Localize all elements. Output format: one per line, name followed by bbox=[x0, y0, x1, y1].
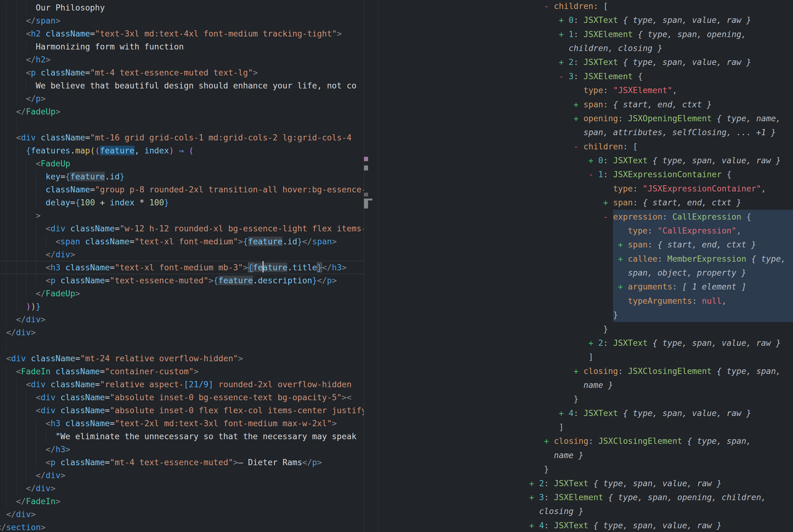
code-line[interactable]: </h3> bbox=[46, 443, 71, 456]
ast-line[interactable]: ] bbox=[559, 420, 564, 434]
code-line[interactable]: Harmonizing form with function bbox=[36, 40, 184, 53]
ast-line[interactable]: } bbox=[574, 392, 579, 406]
ast-line[interactable]: type: "CallExpression", bbox=[628, 224, 741, 238]
code-line[interactable]: <p className="mt-4 text-essence-muted te… bbox=[26, 66, 258, 79]
code-line[interactable]: <div className="w-12 h-12 rounded-xl bg-… bbox=[46, 222, 364, 235]
code-line[interactable]: Our Philosophy bbox=[36, 1, 105, 14]
expand-toggle-icon[interactable]: + bbox=[559, 15, 569, 25]
ast-line[interactable]: name } bbox=[554, 448, 584, 462]
ast-line[interactable]: + opening: JSXOpeningElement { type, nam… bbox=[574, 111, 781, 125]
code-line[interactable]: <div className="mt-24 relative overflow-… bbox=[6, 352, 243, 365]
code-line[interactable]: key={feature.id} bbox=[46, 170, 124, 183]
code-line[interactable]: </div> bbox=[46, 248, 75, 261]
expand-toggle-icon[interactable]: + bbox=[618, 240, 628, 249]
code-line[interactable]: </p> bbox=[26, 92, 46, 105]
ast-line[interactable]: + span: { start, end, ctxt } bbox=[618, 238, 756, 251]
ast-line[interactable]: + closing: JSXClosingElement { type, spa… bbox=[544, 434, 751, 448]
code-line[interactable]: "We eliminate the unnecessary so that th… bbox=[55, 430, 356, 443]
ast-line[interactable]: children, closing } bbox=[569, 41, 662, 55]
ast-line[interactable]: + arguments: [ 1 element ] bbox=[618, 280, 746, 293]
code-line[interactable]: </div> bbox=[6, 326, 36, 339]
ast-line[interactable]: type: "JSXElement", bbox=[583, 83, 677, 97]
code-line[interactable]: ))} bbox=[26, 300, 41, 313]
code-line[interactable]: <h3 className="text-2xl md:text-3xl font… bbox=[46, 417, 337, 430]
code-line[interactable]: </div> bbox=[16, 313, 46, 326]
expand-toggle-icon[interactable]: + bbox=[559, 57, 569, 67]
expand-toggle-icon[interactable]: + bbox=[529, 520, 539, 530]
code-line[interactable]: </FadeUp> bbox=[36, 287, 80, 300]
code-line[interactable]: We believe that beautiful design should … bbox=[36, 79, 356, 92]
collapse-toggle-icon[interactable]: - bbox=[603, 212, 613, 222]
expand-toggle-icon[interactable]: + bbox=[618, 254, 628, 264]
ast-line[interactable]: + 0: JSXText { type, span, value, raw } bbox=[559, 13, 751, 27]
ast-line[interactable]: } bbox=[613, 308, 618, 322]
ast-line[interactable]: typeArguments: null, bbox=[628, 294, 727, 308]
code-line[interactable]: <span className="text-xl font-medium">{f… bbox=[55, 235, 337, 248]
ast-line[interactable]: + 2: JSXText { type, span, value, raw } bbox=[559, 55, 751, 69]
ast-line[interactable]: + closing: JSXClosingElement { type, spa… bbox=[574, 364, 781, 378]
code-line[interactable]: <h2 className="text-3xl md:text-4xl font… bbox=[26, 27, 342, 40]
ast-line[interactable]: + 2: JSXText { type, span, value, raw } bbox=[588, 336, 781, 350]
expand-toggle-icon[interactable]: + bbox=[559, 408, 569, 418]
code-line[interactable]: <FadeIn className="container-custom"> bbox=[16, 365, 198, 378]
expand-toggle-icon[interactable]: + bbox=[529, 492, 539, 502]
ast-line[interactable]: - 1: JSXExpressionContainer { bbox=[588, 167, 732, 181]
ast-line[interactable]: } bbox=[544, 462, 549, 476]
ast-line[interactable]: + 0: JSXText { type, span, value, raw } bbox=[588, 153, 781, 167]
collapse-toggle-icon[interactable]: - bbox=[544, 1, 554, 11]
ast-line[interactable]: + span: { start, end, ctxt } bbox=[574, 97, 712, 111]
code-editor-pane[interactable]: Our Philosophy</span><h2 className="text… bbox=[0, 0, 364, 532]
collapse-toggle-icon[interactable]: - bbox=[588, 170, 598, 179]
expand-toggle-icon[interactable]: + bbox=[603, 198, 613, 207]
expand-toggle-icon[interactable]: + bbox=[588, 156, 598, 165]
ast-line[interactable]: + 2: JSXText { type, span, value, raw } bbox=[529, 476, 721, 490]
ast-line[interactable]: - children: [ bbox=[544, 0, 608, 13]
code-line[interactable]: </div> bbox=[6, 508, 36, 521]
code-line[interactable]: <p className="mt-4 text-essence-muted">—… bbox=[46, 456, 322, 469]
pane-divider[interactable] bbox=[364, 0, 364, 532]
code-line[interactable]: <div className="mt-16 grid grid-cols-1 m… bbox=[16, 131, 352, 144]
ast-line[interactable]: + 3: JSXElement { type, span, opening, c… bbox=[529, 490, 766, 504]
code-line[interactable]: </div> bbox=[26, 482, 56, 495]
ast-line[interactable]: - expression: CallExpression { bbox=[603, 210, 751, 224]
code-line[interactable]: <p className="text-essence-muted">{featu… bbox=[46, 274, 337, 287]
expand-toggle-icon[interactable]: + bbox=[529, 478, 539, 488]
collapse-toggle-icon[interactable]: - bbox=[574, 142, 584, 151]
ast-line[interactable]: + span: { start, end, ctxt } bbox=[603, 195, 741, 209]
expand-toggle-icon[interactable]: + bbox=[574, 100, 584, 109]
code-line[interactable]: </section> bbox=[0, 521, 46, 532]
expand-toggle-icon[interactable]: + bbox=[618, 282, 628, 291]
code-line[interactable]: <div className="absolute inset-0 bg-esse… bbox=[36, 391, 352, 404]
expand-toggle-icon[interactable]: + bbox=[588, 338, 598, 348]
code-line[interactable]: </FadeIn> bbox=[16, 495, 61, 508]
expand-toggle-icon[interactable]: + bbox=[574, 114, 584, 123]
ast-line[interactable]: type: "JSXExpressionContainer", bbox=[613, 182, 766, 195]
expand-toggle-icon[interactable]: + bbox=[544, 436, 554, 446]
ast-line[interactable]: + 4: JSXText { type, span, value, raw } bbox=[559, 406, 751, 420]
code-line[interactable]: </FadeUp> bbox=[16, 105, 61, 118]
code-line[interactable]: delay={100 + index * 100} bbox=[46, 196, 169, 209]
expand-toggle-icon[interactable]: + bbox=[559, 30, 569, 39]
ast-line[interactable]: span, object, property } bbox=[628, 266, 746, 280]
code-line[interactable]: > bbox=[36, 209, 41, 222]
code-line[interactable]: <div className="relative aspect-[21/9] r… bbox=[26, 378, 352, 391]
ast-line[interactable]: span, attributes, selfClosing, ... +1 } bbox=[583, 125, 776, 139]
ast-line[interactable]: } bbox=[603, 322, 608, 336]
expand-toggle-icon[interactable]: + bbox=[574, 366, 584, 376]
code-line[interactable]: className="group p-8 rounded-2xl transit… bbox=[46, 183, 364, 196]
ast-line[interactable]: - children: [ bbox=[574, 139, 638, 153]
ast-line[interactable]: + 1: JSXElement { type, span, opening, bbox=[559, 27, 746, 41]
code-line[interactable]: </span> bbox=[26, 14, 61, 27]
code-line[interactable]: <div className="absolute inset-0 flex fl… bbox=[36, 404, 364, 417]
code-line[interactable]: {features.map((feature, index) ⇒ ( bbox=[26, 144, 194, 157]
collapse-toggle-icon[interactable]: - bbox=[559, 72, 569, 81]
code-line[interactable]: <h3 className="text-xl font-medium mb-3"… bbox=[46, 261, 347, 274]
code-line[interactable]: <FadeUp bbox=[36, 157, 71, 170]
ast-line[interactable]: closing } bbox=[539, 504, 584, 518]
ast-line[interactable]: + 4: JSXText { type, span, value, raw } bbox=[529, 518, 721, 532]
code-line[interactable]: </div> bbox=[36, 469, 65, 482]
ast-line[interactable]: name } bbox=[583, 378, 613, 392]
code-line[interactable]: </h2> bbox=[26, 53, 51, 66]
ast-line[interactable]: - 3: JSXElement { bbox=[559, 69, 643, 83]
overview-ruler[interactable] bbox=[364, 0, 378, 532]
